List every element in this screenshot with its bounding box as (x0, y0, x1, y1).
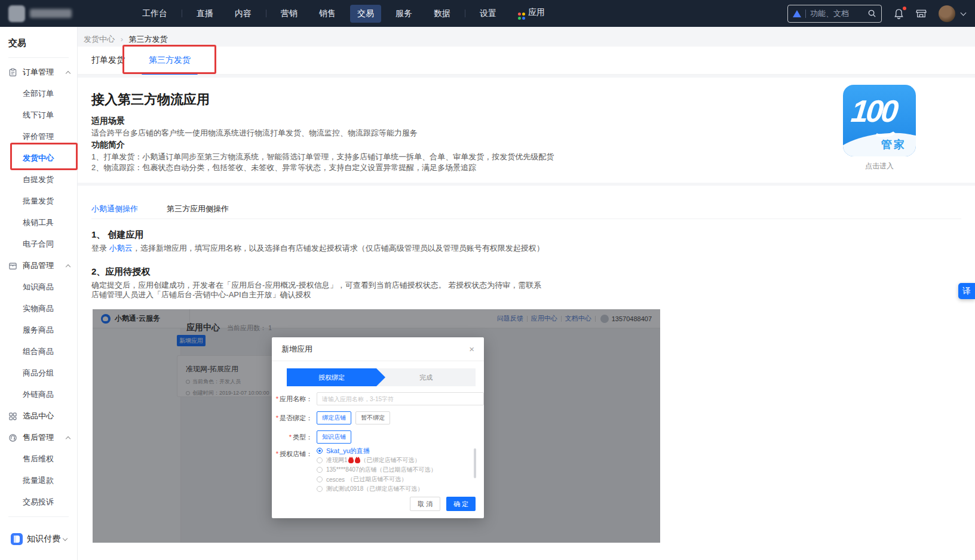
step-authorize-bind: 授权绑定 (287, 368, 376, 386)
nav-item-content[interactable]: 内容 (228, 5, 259, 23)
step-complete: 完成 (376, 368, 476, 386)
sidebar-item-batch-shipping[interactable]: 批量发货 (0, 190, 77, 212)
sidebar-item-physical-goods[interactable]: 实物商品 (0, 298, 77, 319)
edition-label: 知识付费 (27, 534, 63, 544)
xiaoe-cloud-link[interactable]: 小鹅云 (109, 244, 133, 253)
user-avatar[interactable] (939, 5, 955, 22)
nav-separator (266, 10, 266, 17)
chevron-down-icon (63, 536, 68, 541)
nav-item-settings[interactable]: 设置 (473, 5, 504, 23)
nav-item-workbench[interactable]: 工作台 (135, 5, 174, 23)
bell-icon (894, 8, 904, 19)
intro-card: 接入第三方物流应用 适用场景 适合跨平台多店铺的客户统一使用物流系统进行物流打单… (78, 78, 975, 183)
guide-step2-line2: 店铺管理人员进入「店铺后台-营销中心-API自主开放」确认授权 (91, 290, 961, 299)
close-icon: × (469, 344, 474, 354)
type-label: 类型： (293, 433, 312, 441)
shops-row: *授权店铺： (272, 450, 312, 459)
sidebar-item-self-pickup[interactable]: 自提发货 (0, 169, 77, 190)
modal-title: 新增应用 (281, 344, 312, 355)
search-input[interactable] (810, 9, 867, 18)
logo-brand: 管家 (881, 137, 906, 152)
global-search[interactable] (787, 5, 882, 23)
partner-cta[interactable]: 点击进入 (843, 161, 916, 171)
nav-separator (182, 10, 182, 17)
sidebar-item-knowledge-goods[interactable]: 知识商品 (0, 276, 77, 298)
sidebar-item-combo-goods[interactable]: 组合商品 (0, 341, 77, 362)
shop-button[interactable] (916, 8, 927, 19)
assistant-logo-icon (793, 10, 801, 17)
shop-option-selected: Skat_yu的直播 (317, 446, 466, 456)
sidebar-item-service-goods[interactable]: 服务商品 (0, 319, 77, 341)
shop-option-label: 135****8407的店铺 (326, 466, 377, 474)
sidebar-item-all-orders[interactable]: 全部订单 (0, 83, 77, 104)
sidebar-item-batch-refund[interactable]: 批量退款 (0, 470, 77, 491)
guide-step2-line1: 确定提交后，应用创建成功，开发者在「应用后台-应用概况-授权信息」，可查看到当前… (91, 281, 961, 290)
radio-icon (317, 476, 323, 482)
sidebar-item-shipping-center[interactable]: 发货中心 (0, 147, 77, 169)
sidebar-group-order-management[interactable]: 订单管理 (0, 61, 77, 83)
step1-prefix: 登录 (91, 244, 109, 253)
knowledge-pay-icon (11, 533, 23, 545)
shop-option: 135****8407的店铺 （已过期店铺不可选） (317, 465, 466, 475)
tab-third-party-shipping[interactable]: 第三方发货 (149, 47, 191, 75)
sidebar-divider (8, 57, 69, 58)
shop-option-note: （已绑定店铺不可选） (363, 485, 423, 493)
shop-option-note: （已绑定店铺不可选） (361, 456, 421, 464)
guide-tab-thirdparty-side[interactable]: 第三方应用侧操作 (167, 204, 229, 219)
sidebar-item-aftersale-rights[interactable]: 售后维权 (0, 448, 77, 470)
sidebar-item-selection-center[interactable]: 选品中心 (0, 405, 77, 427)
devil-emoji-icon (348, 458, 354, 463)
sidebar: 交易 订单管理 全部订单 线下订单 评价管理 发货中心 自提发货 批量发货 核销… (0, 27, 78, 560)
nav-item-marketing[interactable]: 营销 (274, 5, 305, 23)
sidebar-group-aftersale-management[interactable]: 售后管理 (0, 427, 77, 448)
main-area: 发货中心 › 第三方发货 打单发货 第三方发货 接入第三方物流应用 适用场景 适… (78, 27, 975, 560)
sidebar-group-label: 售后管理 (23, 432, 66, 443)
modal-steps: 授权绑定 完成 (287, 368, 476, 386)
apps-grid-icon (518, 13, 525, 20)
nav-item-sales[interactable]: 销售 (312, 5, 343, 23)
sidebar-group-label: 订单管理 (23, 67, 66, 78)
nav-item-trade[interactable]: 交易 (350, 5, 381, 23)
sidebar-title: 交易 (0, 35, 77, 57)
sidebar-item-e-contract[interactable]: 电子合同 (0, 233, 77, 255)
nav-item-service[interactable]: 服务 (388, 5, 419, 23)
shop-option-label: cesces (326, 476, 345, 483)
radio-icon (317, 467, 323, 473)
breadcrumb-current: 第三方发货 (129, 35, 168, 44)
bind-option-bind-shop: 绑定店铺 (317, 411, 351, 424)
sidebar-group-label: 商品管理 (23, 260, 66, 271)
nav-item-apps[interactable]: 应用 (511, 4, 552, 23)
sidebar-item-offline-orders[interactable]: 线下订单 (0, 104, 77, 126)
search-icon[interactable] (867, 9, 876, 18)
breadcrumb-shipping-center[interactable]: 发货中心 (84, 35, 115, 44)
sidebar-item-trade-complaint[interactable]: 交易投诉 (0, 491, 77, 513)
account-chevron-down-icon[interactable] (961, 10, 967, 16)
bind-option-not-now: 暂不绑定 (355, 411, 390, 424)
headset-icon (8, 433, 17, 442)
nav-item-live[interactable]: 直播 (189, 5, 220, 23)
kuaidi100-logo[interactable]: 100 管家 (843, 85, 916, 156)
shop-option: 准现网1 （已绑定店铺不可选） (317, 456, 466, 465)
storefront-icon (916, 8, 927, 19)
required-mark: * (276, 414, 278, 421)
nav-item-data[interactable]: 数据 (427, 5, 458, 23)
nav-item-apps-label: 应用 (528, 7, 545, 17)
tab-print-shipping[interactable]: 打单发货 (91, 47, 125, 75)
chevron-up-icon (66, 264, 70, 269)
guide-tab-xiaoetong-side[interactable]: 小鹅通侧操作 (91, 204, 138, 219)
edition-switcher[interactable]: 知识付费 (6, 528, 72, 550)
sidebar-item-external-goods[interactable]: 外链商品 (0, 384, 77, 405)
shop-radio-list: Skat_yu的直播 准现网1 （已绑定店铺不可选） 135****8407的店… (317, 446, 466, 494)
sidebar-group-product-management[interactable]: 商品管理 (0, 255, 77, 276)
chevron-up-icon (66, 436, 70, 441)
radio-icon (317, 486, 323, 492)
sidebar-item-verification-tool[interactable]: 核销工具 (0, 212, 77, 233)
sidebar-divider (8, 516, 69, 517)
translate-button[interactable]: 译 (958, 283, 975, 299)
required-mark: * (276, 450, 278, 457)
sidebar-item-goods-grouping[interactable]: 商品分组 (0, 362, 77, 384)
notifications-button[interactable] (894, 8, 904, 19)
sidebar-item-review-management[interactable]: 评价管理 (0, 126, 77, 147)
modal-list-scrollbar (474, 448, 476, 478)
clipboard-icon (8, 68, 17, 77)
